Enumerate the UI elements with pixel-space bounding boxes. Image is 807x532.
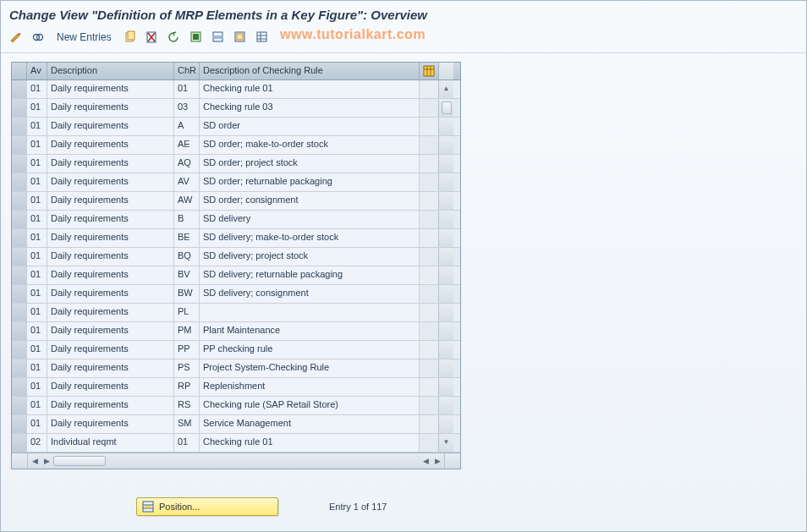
cell-chr-description[interactable]: Service Management (200, 415, 420, 433)
cell-description[interactable]: Daily requirements (47, 285, 174, 303)
select-block-icon[interactable] (210, 29, 227, 46)
hscroll-left-icon[interactable]: ◀ (30, 456, 40, 466)
cell-chr-description[interactable]: Checking rule 01 (200, 80, 420, 98)
cell-chr[interactable]: PP (174, 341, 200, 359)
horizontal-scrollbar[interactable]: ◀ ▶ ◀ ▶ (12, 452, 460, 469)
vertical-scrollbar-track[interactable]: ▲ (438, 80, 453, 98)
cell-av[interactable]: 01 (27, 229, 47, 247)
cell-chr-description[interactable]: SD order (200, 118, 420, 135)
column-header-av[interactable]: Av (27, 63, 47, 80)
cell-av[interactable]: 01 (27, 285, 47, 303)
cell-av[interactable]: 01 (27, 211, 47, 228)
cell-chr[interactable]: SM (174, 415, 200, 433)
row-selector[interactable] (12, 118, 27, 135)
cell-av[interactable]: 01 (27, 322, 47, 340)
vertical-scrollbar-track[interactable] (438, 155, 453, 173)
cell-description[interactable]: Daily requirements (47, 173, 174, 191)
cell-chr[interactable]: AQ (174, 155, 200, 173)
row-selector[interactable] (12, 415, 27, 433)
hscroll-right-icon[interactable]: ▶ (41, 456, 52, 466)
cell-chr[interactable]: PL (174, 304, 200, 321)
cell-chr[interactable]: PM (174, 322, 200, 340)
vertical-scrollbar-track[interactable] (438, 266, 453, 284)
cell-description[interactable]: Daily requirements (47, 415, 174, 433)
vertical-scrollbar-track[interactable] (438, 118, 453, 135)
cell-chr[interactable]: 01 (174, 80, 200, 98)
cell-chr[interactable]: B (174, 211, 200, 228)
row-selector[interactable] (12, 397, 27, 414)
vertical-scrollbar-track[interactable] (438, 359, 453, 377)
cell-description[interactable]: Daily requirements (47, 229, 174, 247)
row-selector[interactable] (12, 136, 27, 154)
vertical-scrollbar-track[interactable] (438, 229, 453, 247)
cell-chr[interactable]: 01 (174, 434, 200, 452)
vscroll-up-icon[interactable]: ▲ (442, 83, 452, 93)
cell-description[interactable]: Daily requirements (47, 118, 174, 135)
toggle-display-change-icon[interactable] (8, 29, 25, 46)
vertical-scrollbar-track[interactable] (438, 99, 453, 117)
row-selector[interactable] (12, 155, 27, 173)
vertical-scrollbar-track[interactable] (438, 378, 453, 396)
row-selector[interactable] (12, 80, 27, 98)
undo-change-icon[interactable] (166, 29, 183, 46)
row-selector[interactable] (12, 359, 27, 377)
cell-chr[interactable]: RS (174, 397, 200, 414)
vertical-scrollbar-track[interactable] (438, 211, 453, 228)
cell-av[interactable]: 01 (27, 155, 47, 173)
cell-av[interactable]: 01 (27, 136, 47, 154)
cell-chr[interactable]: RP (174, 378, 200, 396)
row-selector[interactable] (12, 378, 27, 396)
row-selector-header[interactable] (12, 63, 27, 80)
vertical-scrollbar-track[interactable] (438, 415, 453, 433)
cell-av[interactable]: 01 (27, 173, 47, 191)
vertical-scrollbar-track[interactable] (438, 173, 453, 191)
cell-chr-description[interactable]: Checking rule (SAP Retail Store) (200, 397, 420, 414)
row-selector[interactable] (12, 211, 27, 228)
table-settings-icon[interactable] (254, 29, 271, 46)
cell-av[interactable]: 01 (27, 304, 47, 321)
row-selector[interactable] (12, 266, 27, 284)
cell-av[interactable]: 01 (27, 266, 47, 284)
cell-chr-description[interactable]: SD delivery; consignment (200, 285, 420, 303)
vertical-scrollbar-track[interactable] (438, 397, 453, 414)
cell-description[interactable]: Daily requirements (47, 80, 174, 98)
cell-description[interactable]: Daily requirements (47, 304, 174, 321)
vertical-scrollbar-track[interactable] (438, 192, 453, 210)
column-header-description[interactable]: Description (47, 63, 174, 80)
row-selector[interactable] (12, 229, 27, 247)
cell-chr[interactable]: AV (174, 173, 200, 191)
vertical-scrollbar-track[interactable] (438, 248, 453, 266)
cell-av[interactable]: 01 (27, 248, 47, 266)
hscroll-thumb[interactable] (53, 456, 106, 466)
cell-chr[interactable]: BV (174, 266, 200, 284)
cell-chr-description[interactable]: SD delivery (200, 211, 420, 228)
hscroll-left2-icon[interactable]: ◀ (420, 456, 431, 466)
row-selector[interactable] (12, 248, 27, 266)
cell-chr-description[interactable]: Checking rule 03 (200, 99, 420, 117)
vertical-scrollbar-track[interactable] (438, 285, 453, 303)
cell-av[interactable]: 02 (27, 434, 47, 452)
vertical-scrollbar-track[interactable] (438, 304, 453, 321)
cell-description[interactable]: Individual reqmt (47, 434, 174, 452)
vscroll-down-icon[interactable]: ▼ (442, 436, 452, 447)
select-all-icon[interactable] (188, 29, 205, 46)
copy-as-icon[interactable] (122, 29, 139, 46)
vertical-scrollbar-top[interactable] (438, 63, 453, 80)
cell-chr-description[interactable]: Plant Maintenance (200, 322, 420, 340)
cell-description[interactable]: Daily requirements (47, 378, 174, 396)
cell-chr[interactable]: BQ (174, 248, 200, 266)
cell-chr-description[interactable]: Checking rule 01 (200, 434, 420, 452)
cell-chr-description[interactable] (200, 304, 420, 321)
cell-chr-description[interactable]: Replenishment (200, 378, 420, 396)
deselect-all-icon[interactable] (232, 29, 249, 46)
vertical-scrollbar-track[interactable]: ▼ (438, 434, 453, 452)
cell-chr[interactable]: 03 (174, 99, 200, 117)
cell-chr-description[interactable]: PP checking rule (200, 341, 420, 359)
cell-chr-description[interactable]: Project System-Checking Rule (200, 359, 420, 377)
other-view-icon[interactable] (30, 29, 47, 46)
row-selector[interactable] (12, 322, 27, 340)
vertical-scrollbar-track[interactable] (438, 341, 453, 359)
row-selector[interactable] (12, 173, 27, 191)
position-button[interactable]: Position... (136, 497, 278, 516)
cell-av[interactable]: 01 (27, 118, 47, 135)
